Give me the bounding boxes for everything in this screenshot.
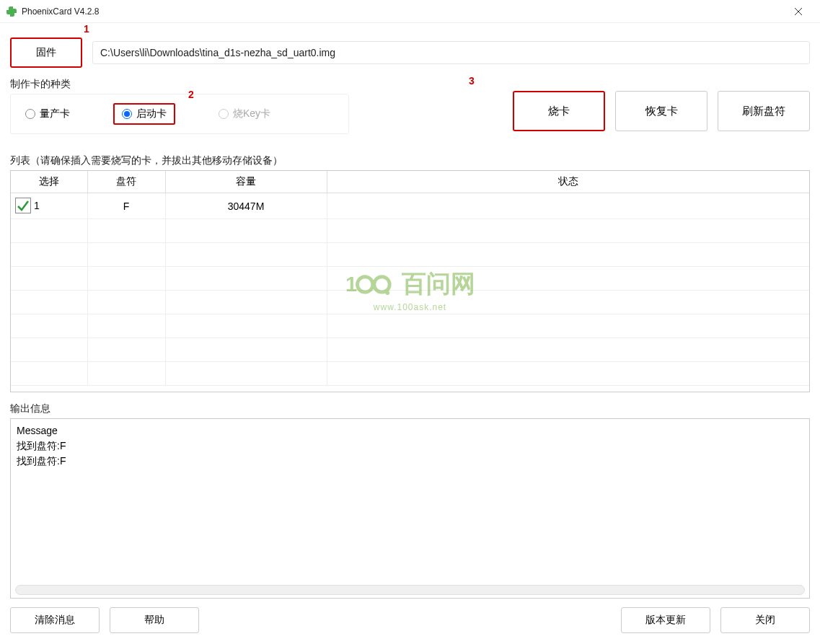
radio-mass-production[interactable]: 量产卡 xyxy=(25,107,70,120)
col-capacity: 容量 xyxy=(165,171,327,193)
close-icon xyxy=(794,7,803,16)
card-type-label: 制作卡的种类 xyxy=(10,78,810,91)
output-section-label: 输出信息 xyxy=(10,402,810,415)
output-line: 找到盘符:F xyxy=(17,438,803,454)
window-title: PhoenixCard V4.2.8 xyxy=(22,6,99,17)
table-row xyxy=(11,267,809,291)
table-row xyxy=(11,362,809,386)
col-status: 状态 xyxy=(327,171,809,193)
table-row xyxy=(11,291,809,314)
burn-card-button[interactable]: 烧卡 xyxy=(513,91,605,131)
list-section-label: 列表（请确保插入需要烧写的卡，并拔出其他移动存储设备） xyxy=(10,154,810,167)
clear-messages-button[interactable]: 清除消息 xyxy=(10,607,100,633)
col-drive: 盘符 xyxy=(87,171,165,193)
checkmark-icon xyxy=(17,199,30,212)
row-index: 1 xyxy=(34,200,40,211)
annotation-1: 1 xyxy=(84,23,89,35)
table-row[interactable]: 1 F 30447M xyxy=(11,193,809,219)
table-row xyxy=(11,219,809,243)
output-messages: Message 找到盘符:F 找到盘符:F xyxy=(10,418,810,599)
table-row xyxy=(11,314,809,338)
row-drive: F xyxy=(87,193,165,219)
row-checkbox[interactable] xyxy=(15,198,31,213)
titlebar: PhoenixCard V4.2.8 xyxy=(0,0,820,23)
output-line: 找到盘符:F xyxy=(17,454,803,469)
row-capacity: 30447M xyxy=(165,193,327,219)
radio-label: 启动卡 xyxy=(136,107,167,120)
drive-list-table: 选择 盘符 容量 状态 1 xyxy=(10,170,810,392)
radio-boot-card[interactable]: 启动卡 xyxy=(113,103,175,125)
output-header: Message xyxy=(17,423,803,438)
firmware-path-display: C:\Users\li\Downloads\tina_d1s-nezha_sd_… xyxy=(92,41,810,64)
radio-icon xyxy=(25,109,35,119)
window-close-button[interactable] xyxy=(782,1,814,22)
restore-card-button[interactable]: 恢复卡 xyxy=(615,91,707,131)
refresh-drive-button[interactable]: 刷新盘符 xyxy=(718,91,810,131)
help-button[interactable]: 帮助 xyxy=(110,607,199,633)
radio-label: 量产卡 xyxy=(40,107,70,120)
col-select: 选择 xyxy=(11,171,87,193)
annotation-2: 2 xyxy=(188,89,194,100)
radio-icon xyxy=(122,109,132,119)
radio-icon xyxy=(219,109,229,119)
horizontal-scrollbar[interactable] xyxy=(15,585,805,595)
close-button[interactable]: 关闭 xyxy=(720,607,810,633)
table-row xyxy=(11,243,809,267)
row-status xyxy=(327,193,809,219)
firmware-button[interactable]: 固件 xyxy=(10,38,82,68)
app-icon xyxy=(6,6,17,17)
annotation-3: 3 xyxy=(469,75,475,87)
radio-key-card: 烧Key卡 xyxy=(219,107,270,120)
table-row xyxy=(11,338,809,362)
check-update-button[interactable]: 版本更新 xyxy=(621,607,710,633)
radio-label: 烧Key卡 xyxy=(233,107,270,120)
